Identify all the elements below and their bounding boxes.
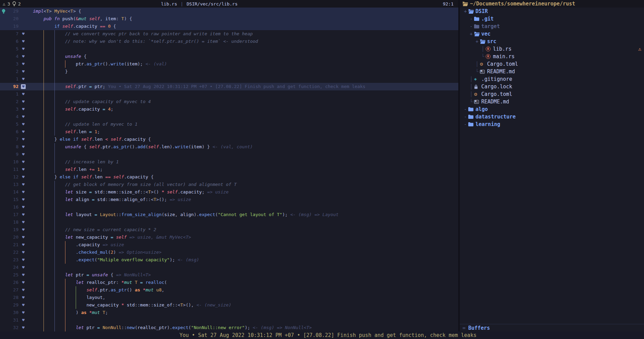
code-text[interactable]: } else if self.len < self.capacity { <box>28 136 458 143</box>
code-line[interactable]: 23♥ .expect("Muliple overflow capacity")… <box>0 256 458 264</box>
code-text[interactable]: // update len of myvec to 1 <box>28 121 458 128</box>
tree-item--gitignore[interactable]: │◈.gitignore <box>460 75 644 83</box>
code-line[interactable]: 5♥ // update len of myvec to 1 <box>0 121 458 128</box>
code-text[interactable]: // we convert myvec ptr back to raw poin… <box>28 30 458 38</box>
code-line[interactable]: 24♥ <box>0 264 458 271</box>
code-line[interactable]: 3♥ ptr.as_ptr().write(item); <- (val) <box>0 60 458 68</box>
code-line[interactable]: 8♥ unsafe { self.ptr.as_ptr().add(self.l… <box>0 143 458 151</box>
code-text[interactable] <box>28 151 458 158</box>
code-text[interactable]: // new size = current capacity * 2 <box>28 226 458 234</box>
code-line[interactable]: 11♥ self.len += 1; <box>0 166 458 173</box>
code-line[interactable]: 15♥ let align = std::mem::align_of::<T>(… <box>0 196 458 203</box>
code-text[interactable] <box>28 75 458 83</box>
code-line[interactable]: 18♥ <box>0 218 458 226</box>
tree-item-lib-rs[interactable]: │Rlib.rs⚠ <box>460 45 644 53</box>
code-line[interactable]: 20♥ let new_capacity = self => usize, &m… <box>0 234 458 241</box>
buffers-section-header[interactable]: = Buffers <box>460 324 644 331</box>
code-line[interactable]: 4♥ unsafe { <box>0 53 458 60</box>
tree-fold-marker[interactable]: + <box>474 38 480 45</box>
code-text[interactable] <box>28 113 458 121</box>
code-text[interactable]: // update capacity of myvec to 4 <box>28 98 458 105</box>
code-text[interactable] <box>28 45 458 53</box>
code-line[interactable]: 13♥ // get block of memory from size (al… <box>0 181 458 188</box>
code-text[interactable] <box>28 203 458 211</box>
code-text[interactable]: .checked_mul(2) => Option<usize> <box>28 249 458 256</box>
code-line[interactable]: 17♥ let layout = Layout::from_size_align… <box>0 211 458 218</box>
code-line[interactable]: 19♥ // new size = current capacity * 2 <box>0 226 458 234</box>
tree-item--git[interactable]: -.git <box>460 15 644 23</box>
code-line[interactable]: 32♥ let ptr = NonNull::new(realloc_ptr).… <box>0 324 458 331</box>
code-line[interactable]: 20 pub fn push(&mut self, item: T) { <box>0 15 458 23</box>
code-text[interactable]: // get block of memory from size (all ve… <box>28 181 458 188</box>
code-text[interactable] <box>28 90 458 98</box>
code-line[interactable]: 10♥ // increase len by 1 <box>0 158 458 166</box>
tree-fold-marker[interactable]: + <box>468 30 474 38</box>
code-text[interactable]: impl<T> MyVec<T> { <box>28 8 458 15</box>
code-text[interactable]: self.ptr.as_ptr() as *mut u8, <box>28 286 458 294</box>
code-line[interactable]: 29impl<T> MyVec<T> { <box>0 8 458 15</box>
code-line[interactable]: 7♥ } else if self.len < self.capacity { <box>0 136 458 143</box>
tree-item-main-rs[interactable]: └Rmain.rs <box>460 53 644 60</box>
tree-item-learning[interactable]: -learning <box>460 121 644 128</box>
tree-item-cargo-lock[interactable]: │Cargo.lock <box>460 83 644 90</box>
code-line[interactable]: 22♥ .checked_mul(2) => Option<usize> <box>0 249 458 256</box>
tree-fold-marker[interactable]: - <box>462 105 468 113</box>
code-line[interactable]: 5♥ <box>0 45 458 53</box>
tree-fold-marker[interactable]: + <box>462 8 468 15</box>
tree-fold-marker[interactable]: - <box>462 113 468 121</box>
code-text[interactable] <box>28 316 458 324</box>
code-line[interactable]: 30♥ ) as *mut T; <box>0 309 458 316</box>
code-text[interactable]: } <box>28 68 458 75</box>
code-line[interactable]: 29♥ new_capacity * std::mem::size_of::<T… <box>0 301 458 309</box>
tree-item-src[interactable]: +src <box>460 38 644 45</box>
code-text[interactable]: // increase len by 1 <box>28 158 458 166</box>
code-action-lightbulb-icon[interactable] <box>0 8 7 15</box>
code-text[interactable]: let new_capacity = self => usize, &mut M… <box>28 234 458 241</box>
code-line[interactable]: 2♥ // update capacity of myvec to 4 <box>0 98 458 105</box>
code-text[interactable]: ) as *mut T; <box>28 309 458 316</box>
tree-item-cargo-toml[interactable]: │⚙Cargo.toml <box>460 60 644 68</box>
code-text[interactable]: let size = std::mem::size_of::<T>() * se… <box>28 188 458 196</box>
code-line[interactable]: 28♥ layout, <box>0 294 458 301</box>
code-line[interactable]: 16♥ <box>0 203 458 211</box>
code-line-current[interactable]: 92♥ self.ptr = ptr; You • Sat 27 Aug 202… <box>0 83 458 90</box>
code-text[interactable]: } else if self.len == self.capacity { <box>28 173 458 181</box>
tree-root-header[interactable]: ~/Documents/somewhereineurope/rust <box>460 0 644 8</box>
code-text[interactable]: let ptr = unsafe { => NonNull<T> <box>28 271 458 279</box>
tree-item-datastructure[interactable]: -datastructure <box>460 113 644 121</box>
code-text[interactable]: let layout = Layout::from_size_align(siz… <box>28 211 458 218</box>
code-text[interactable]: pub fn push(&mut self, item: T) { <box>28 15 458 23</box>
code-line[interactable]: 27♥ self.ptr.as_ptr() as *mut u8, <box>0 286 458 294</box>
tree-item-target[interactable]: -target <box>460 23 644 30</box>
code-text[interactable]: unsafe { <box>28 53 458 60</box>
tree-item-algo[interactable]: -algo <box>460 105 644 113</box>
code-line[interactable]: 19 if self.capacity == 0 { <box>0 23 458 30</box>
code-line[interactable]: 7♥ // we convert myvec ptr back to raw p… <box>0 30 458 38</box>
tree-item-vec[interactable]: +vec <box>460 30 644 38</box>
code-line[interactable]: 2♥ } <box>0 68 458 75</box>
code-line[interactable]: 3♥ self.capacity = 4; <box>0 105 458 113</box>
code-text[interactable]: .capacity => usize <box>28 241 458 249</box>
code-text[interactable]: self.ptr = ptr; You • Sat 27 Aug 2022 10… <box>28 83 458 90</box>
tree-item-readme-md[interactable]: └M↓README.md <box>460 68 644 75</box>
tree-fold-marker[interactable]: - <box>462 121 468 128</box>
buffer-name[interactable]: lib.rs <box>161 1 177 7</box>
code-text[interactable]: self.len = 1; <box>28 128 458 136</box>
code-text[interactable] <box>28 218 458 226</box>
code-text[interactable]: .expect("Muliple overflow capacity"); <-… <box>28 256 458 264</box>
tree-fold-marker[interactable]: - <box>468 15 474 23</box>
code-text[interactable]: ptr.as_ptr().write(item); <- (val) <box>28 60 458 68</box>
code-line[interactable]: 21♥ .capacity => usize <box>0 241 458 249</box>
code-text[interactable]: self.capacity = 4; <box>28 105 458 113</box>
tree-item-cargo-toml[interactable]: │⚙Cargo.toml <box>460 90 644 98</box>
code-text[interactable]: layout, <box>28 294 458 301</box>
code-text[interactable]: self.len += 1; <box>28 166 458 173</box>
code-text[interactable]: let align = std::mem::align_of::<T>(); =… <box>28 196 458 203</box>
code-text[interactable]: unsafe { self.ptr.as_ptr().add(self.len)… <box>28 143 458 151</box>
code-line[interactable]: 25♥ let ptr = unsafe { => NonNull<T> <box>0 271 458 279</box>
code-text[interactable]: let ptr = NonNull::new(realloc_ptr).expe… <box>28 324 458 331</box>
code-line[interactable]: 12♥ } else if self.len == self.capacity … <box>0 173 458 181</box>
code-line[interactable]: 1♥ <box>0 90 458 98</box>
code-line[interactable]: 26♥ let realloc_ptr: *mut T = realloc( <box>0 279 458 286</box>
tree-item-dsir[interactable]: +DSIR <box>460 8 644 15</box>
